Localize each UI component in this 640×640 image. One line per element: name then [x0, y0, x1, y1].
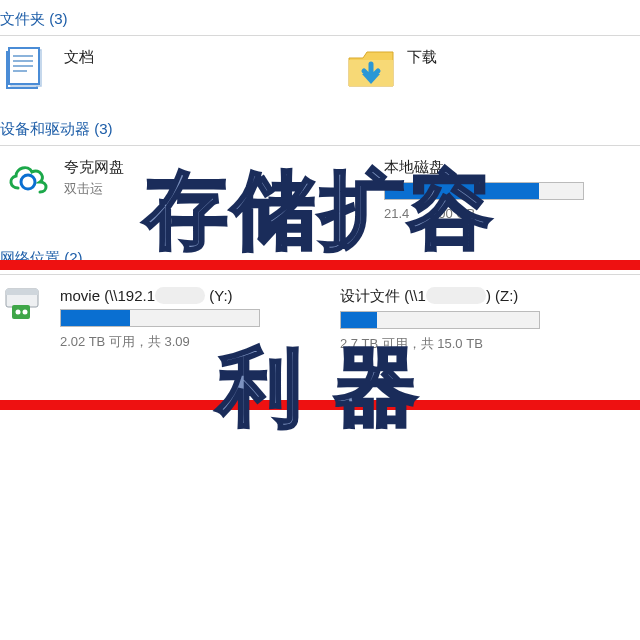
device-local-disk[interactable]: 本地磁盘 21.4 100 GB [332, 154, 640, 221]
network-design-name: 设计文件 (\\1XXXXXX) (Z:) [340, 287, 540, 306]
network-design-bar [340, 311, 540, 329]
devices-row: 夸克网盘 双击运 本地磁盘 21.4 100 GB [0, 154, 640, 221]
folder-documents[interactable]: 文档 [4, 44, 297, 92]
folders-row: 文档 下载 [0, 44, 640, 92]
network-drive-icon [4, 283, 48, 327]
network-movie-capacity: 2.02 TB 可用，共 3.09 [60, 333, 260, 351]
svg-point-8 [21, 175, 35, 189]
documents-icon [4, 44, 52, 92]
highlight-bar-bottom [0, 400, 640, 410]
network-design[interactable]: 设计文件 (\\1XXXXXX) (Z:) 2.7 TB 可用，共 15.0 T… [332, 283, 640, 353]
network-movie-name: movie (\\192.1XXXXX (Y:) [60, 287, 260, 304]
network-movie-bar [60, 309, 260, 327]
downloads-icon [347, 44, 395, 92]
folder-documents-label: 文档 [64, 48, 94, 67]
device-quark[interactable]: 夸克网盘 双击运 [4, 154, 312, 221]
cloud-icon [4, 154, 52, 202]
svg-point-13 [23, 310, 28, 315]
network-movie[interactable]: movie (\\192.1XXXXX (Y:) 2.02 TB 可用，共 3.… [4, 283, 312, 353]
svg-point-12 [16, 310, 21, 315]
device-disk-name: 本地磁盘 [384, 158, 584, 177]
network-design-capacity: 2.7 TB 可用，共 15.0 TB [340, 335, 540, 353]
section-devices-header[interactable]: 设备和驱动器 (3) [0, 110, 640, 146]
device-quark-name: 夸克网盘 [64, 158, 124, 177]
device-disk-capacity: 21.4 100 GB [384, 206, 584, 221]
network-row: movie (\\192.1XXXXX (Y:) 2.02 TB 可用，共 3.… [0, 283, 640, 353]
svg-rect-10 [6, 289, 38, 295]
overlay-text-line2: 利 器 [0, 345, 640, 429]
device-disk-bar [384, 182, 584, 200]
section-folders-header[interactable]: 文件夹 (3) [0, 0, 640, 36]
folder-downloads[interactable]: 下载 [347, 44, 640, 92]
folder-downloads-label: 下载 [407, 48, 437, 67]
device-quark-sub: 双击运 [64, 180, 124, 198]
highlight-bar-top [0, 260, 640, 270]
